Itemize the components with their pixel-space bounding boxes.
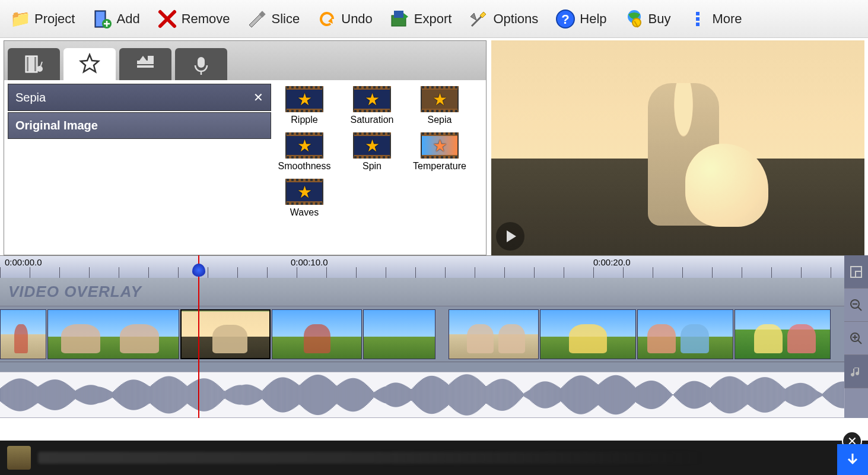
- svg-rect-521: [593, 381, 594, 408]
- video-overlay-track[interactable]: VIDEO OVERLAY: [0, 278, 868, 306]
- svg-rect-323: [358, 379, 359, 411]
- svg-rect-305: [336, 386, 338, 404]
- svg-rect-713: [822, 394, 823, 396]
- svg-rect-366: [409, 388, 410, 402]
- svg-rect-48: [31, 382, 32, 407]
- undo-button[interactable]: Undo: [311, 6, 377, 32]
- help-button[interactable]: ? Help: [550, 6, 611, 32]
- clip[interactable]: [449, 309, 539, 359]
- applied-effect-sublabel[interactable]: Original Image: [8, 112, 271, 139]
- clip[interactable]: [363, 309, 435, 359]
- svg-rect-288: [316, 375, 317, 415]
- svg-rect-628: [721, 379, 722, 411]
- svg-rect-120: [116, 388, 117, 401]
- svg-rect-329: [365, 384, 366, 406]
- more-button[interactable]: More: [682, 6, 746, 32]
- clip[interactable]: [637, 309, 733, 359]
- folder-icon: 📁: [9, 8, 31, 30]
- svg-rect-50: [33, 384, 34, 406]
- svg-rect-647: [743, 382, 745, 407]
- effect-waves[interactable]: ★Waves: [275, 179, 334, 218]
- effect-spin[interactable]: ★Spin: [342, 132, 402, 172]
- svg-rect-534: [609, 376, 610, 413]
- svg-rect-723: [834, 384, 835, 406]
- slice-button[interactable]: Slice: [242, 6, 305, 32]
- audio-track[interactable]: [0, 372, 868, 418]
- svg-rect-204: [217, 384, 218, 406]
- clip[interactable]: [0, 309, 46, 359]
- svg-rect-190: [200, 379, 201, 411]
- svg-rect-578: [661, 384, 662, 406]
- applied-effect-item[interactable]: Sepia ✕: [8, 84, 271, 111]
- svg-rect-138: [138, 381, 139, 410]
- zoom-out-button[interactable]: [844, 289, 868, 322]
- svg-rect-258: [281, 378, 282, 413]
- effect-ripple[interactable]: ★Ripple: [275, 86, 334, 125]
- effect-smoothness[interactable]: ★Smoothness: [275, 132, 334, 172]
- svg-rect-675: [777, 382, 778, 407]
- ad-app-icon[interactable]: [7, 446, 31, 470]
- svg-rect-690: [794, 384, 796, 406]
- clip[interactable]: [272, 309, 362, 359]
- effect-temperature[interactable]: ★Temperature: [410, 132, 469, 172]
- svg-rect-18: [137, 65, 154, 68]
- svg-rect-627: [720, 379, 721, 410]
- project-button[interactable]: 📁 Project: [5, 6, 80, 32]
- play-button[interactable]: [496, 222, 524, 251]
- timeline-ruler[interactable]: 0:00:00.0 0:00:10.0 0:00:20.0: [0, 255, 868, 278]
- playhead[interactable]: [198, 255, 199, 418]
- svg-rect-362: [404, 385, 405, 405]
- svg-rect-11: [696, 12, 700, 15]
- remove-effect-button[interactable]: ✕: [253, 90, 263, 104]
- tab-transitions[interactable]: [119, 48, 171, 80]
- clip[interactable]: [47, 309, 179, 359]
- svg-rect-208: [221, 388, 222, 401]
- playhead-marker-icon[interactable]: [192, 264, 205, 277]
- video-track[interactable]: [0, 306, 868, 362]
- svg-rect-500: [568, 381, 570, 409]
- svg-rect-520: [592, 380, 593, 409]
- clip-selected[interactable]: [180, 309, 271, 359]
- tab-media[interactable]: [8, 48, 60, 80]
- export-button[interactable]: Export: [384, 6, 457, 32]
- ad-download-button[interactable]: [837, 444, 868, 475]
- svg-rect-212: [226, 390, 227, 400]
- svg-rect-716: [825, 391, 826, 399]
- zoom-in-button[interactable]: [844, 322, 868, 355]
- remove-button[interactable]: Remove: [152, 6, 235, 32]
- svg-rect-348: [387, 385, 389, 405]
- effect-saturation[interactable]: ★Saturation: [342, 86, 402, 125]
- svg-rect-249: [270, 382, 271, 407]
- svg-rect-115: [110, 391, 112, 398]
- buy-button[interactable]: Buy: [619, 6, 676, 32]
- svg-rect-396: [445, 382, 446, 408]
- svg-rect-455: [515, 385, 516, 405]
- svg-rect-295: [325, 376, 326, 413]
- applied-effects-list: Sepia ✕ Original Image: [4, 80, 275, 255]
- svg-rect-139: [139, 381, 140, 409]
- svg-rect-108: [102, 388, 103, 403]
- svg-rect-317: [351, 378, 352, 411]
- svg-rect-266: [290, 379, 291, 410]
- options-button[interactable]: Options: [463, 6, 543, 32]
- clip[interactable]: [540, 309, 636, 359]
- tab-effects[interactable]: [63, 48, 116, 80]
- add-button[interactable]: Add: [87, 6, 144, 32]
- svg-rect-710: [818, 392, 819, 398]
- svg-rect-470: [533, 387, 534, 403]
- svg-rect-451: [510, 382, 511, 408]
- svg-rect-622: [714, 384, 715, 405]
- svg-rect-512: [583, 376, 584, 414]
- svg-rect-539: [615, 375, 616, 414]
- fullscreen-button[interactable]: [844, 255, 868, 289]
- svg-rect-393: [441, 379, 443, 411]
- svg-rect-368: [411, 389, 412, 401]
- tab-audio[interactable]: [175, 48, 227, 80]
- svg-rect-360: [402, 384, 403, 406]
- music-track-button[interactable]: [844, 355, 868, 388]
- svg-rect-431: [487, 386, 488, 404]
- svg-rect-415: [468, 374, 469, 415]
- svg-rect-462: [523, 393, 524, 396]
- clip[interactable]: [735, 309, 831, 359]
- effect-sepia[interactable]: ★Sepia: [410, 86, 469, 125]
